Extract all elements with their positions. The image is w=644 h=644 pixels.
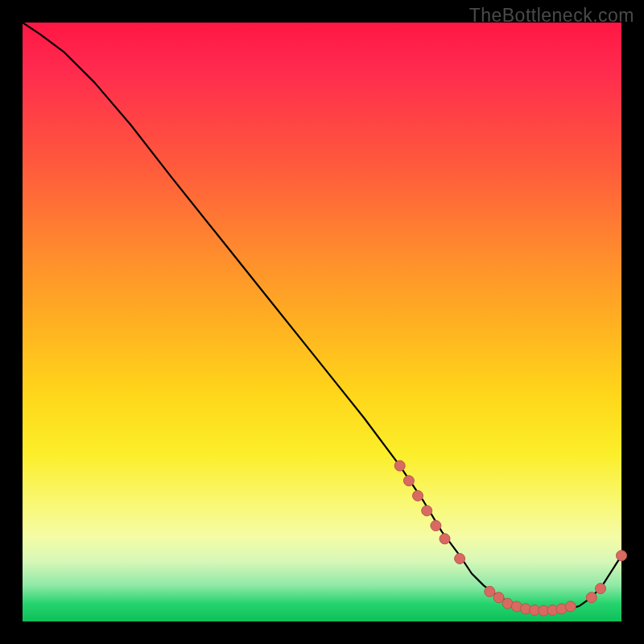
chart-root: TheBottleneck.com xyxy=(0,0,644,644)
marker-dot xyxy=(413,490,423,501)
bottleneck-curve xyxy=(23,23,621,611)
marker-dot xyxy=(422,506,432,516)
marker-dot xyxy=(493,592,504,603)
marker-dot xyxy=(565,601,576,612)
marker-dot xyxy=(455,553,465,564)
marker-dot xyxy=(403,476,414,486)
marker-dot xyxy=(617,551,627,561)
marker-dot xyxy=(394,460,405,471)
marker-dot xyxy=(586,592,597,603)
marker-dot xyxy=(596,584,606,594)
marker-dot xyxy=(485,586,495,597)
marker-dot xyxy=(440,534,450,544)
marker-dot xyxy=(431,521,441,531)
curve-layer xyxy=(23,23,621,621)
curve-markers xyxy=(394,460,626,616)
